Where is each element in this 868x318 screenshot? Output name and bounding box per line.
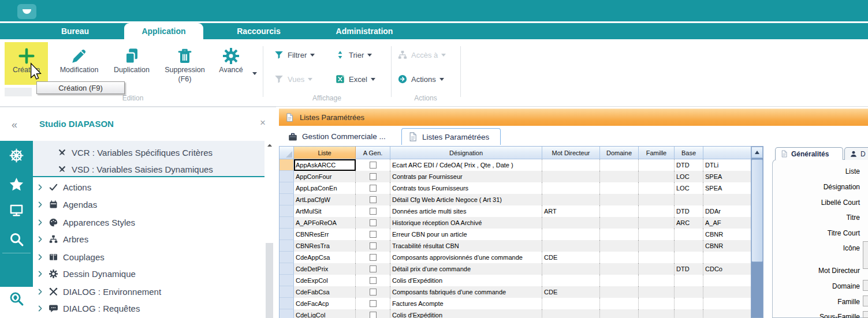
suppression-button[interactable]: Suppression(F6) [159, 42, 211, 95]
cell-a-gen[interactable] [356, 194, 390, 205]
row-header[interactable] [280, 171, 294, 182]
cell-a-gen[interactable] [356, 182, 390, 194]
cell[interactable] [600, 286, 639, 298]
cell[interactable] [675, 252, 703, 263]
cell[interactable] [675, 240, 703, 252]
avanc--button[interactable]: Avancé [213, 42, 249, 95]
ribbon-tab-administration[interactable]: Administration [321, 23, 408, 39]
cell[interactable]: CdeDetPrix [294, 263, 356, 275]
column-header-extra[interactable] [703, 147, 751, 159]
trier-button[interactable]: Trier [335, 47, 372, 62]
cell[interactable]: ARC [675, 217, 703, 229]
detail-tab-1[interactable]: Généralités [775, 147, 843, 160]
cell[interactable]: CDCo [703, 263, 751, 275]
cell[interactable] [639, 182, 675, 194]
row-header[interactable] [280, 182, 294, 194]
cell[interactable] [675, 298, 703, 309]
cell[interactable]: AppConFour [294, 171, 356, 182]
cell[interactable] [600, 240, 639, 252]
cell-a-gen[interactable] [356, 229, 390, 240]
cell[interactable]: DTD [675, 159, 703, 171]
cell[interactable] [600, 194, 639, 205]
cell[interactable] [600, 182, 639, 194]
column-header-a-gen-[interactable]: A Gen. [356, 147, 390, 159]
table-row[interactable]: CdeFabCsaComposants fabriqués d'une comm… [280, 286, 763, 298]
cell[interactable] [600, 263, 639, 275]
cell[interactable] [542, 240, 600, 252]
tree-item-dessin-dynamique[interactable]: Dessin Dynamique [33, 265, 265, 282]
a-gen-checkbox[interactable] [370, 277, 377, 284]
cell[interactable]: CDE [542, 252, 600, 263]
cell[interactable] [600, 275, 639, 286]
cell[interactable] [542, 229, 600, 240]
tree-item-apparences-styles[interactable]: Apparences Styles [33, 214, 265, 231]
table-row[interactable]: ArtLpaCfgWDétail Cfg Web Article Negoce … [280, 194, 763, 205]
cell[interactable]: A_AF [703, 217, 751, 229]
cell[interactable] [639, 286, 675, 298]
cell-a-gen[interactable] [356, 309, 390, 318]
cell[interactable]: ArtLpaCfgW [294, 194, 356, 205]
row-header[interactable] [280, 240, 294, 252]
cell[interactable] [639, 159, 675, 171]
sous-famille-input[interactable] [863, 311, 868, 318]
cell-a-gen[interactable] [356, 240, 390, 252]
domaine-input[interactable] [863, 280, 868, 291]
cell[interactable]: Données article multi sites [390, 205, 542, 217]
row-header[interactable] [280, 217, 294, 229]
cell[interactable] [542, 298, 600, 309]
row-header[interactable] [280, 286, 294, 298]
cell[interactable] [542, 171, 600, 182]
sidebar-close-button[interactable]: × [260, 117, 266, 129]
column-header-mot-directeur[interactable]: Mot Directeur [542, 147, 600, 159]
actions-button[interactable]: Actions [397, 72, 444, 87]
cell[interactable]: Contrats tous Fournisseurs [390, 182, 542, 194]
a-gen-checkbox[interactable] [370, 173, 377, 180]
table-vertical-scrollbar[interactable] [751, 146, 763, 318]
cell[interactable] [639, 240, 675, 252]
tree-item-dialog-environnement[interactable]: DIALOG : Environnement [33, 283, 265, 300]
cell[interactable]: A_APFoReOA [294, 217, 356, 229]
cell[interactable]: LOC [675, 171, 703, 182]
app-logo-icon[interactable] [17, 4, 36, 19]
column-header-liste[interactable]: Liste [294, 147, 356, 159]
table-row[interactable]: CBNResTraTracabilité résultat CBNCBNR [280, 240, 763, 252]
cell[interactable]: Erreur CBN pour un article [390, 229, 542, 240]
cell[interactable] [675, 309, 703, 318]
table-row[interactable]: AppConFourContrats par FournisseurLOCSPE… [280, 171, 763, 182]
cell[interactable]: Contrats par Fournisseur [390, 171, 542, 182]
cell[interactable] [675, 229, 703, 240]
cell[interactable] [600, 309, 639, 318]
table-row[interactable]: CdeAppCsaComposants approvisionnés d'une… [280, 252, 763, 263]
tree-scrollbar-thumb[interactable] [266, 243, 273, 318]
cell[interactable]: Factures Acompte [390, 298, 542, 309]
a-gen-checkbox[interactable] [370, 289, 377, 295]
dropdown-caret[interactable] [310, 54, 315, 57]
cell[interactable] [542, 217, 600, 229]
table-row[interactable]: CdeDetPrixDétail prix d'une commandeDTDC… [280, 263, 763, 275]
tree-item-vcr-variables-sp-cifiques-crit-res[interactable]: VCR : Variables Spécifiques Critères [33, 144, 265, 161]
table-corner-header[interactable] [280, 147, 294, 159]
tree-item-dialog-requ-tes[interactable]: DIALOG : Requêtes [33, 300, 265, 317]
table-row[interactable]: AppLpaConEnContrats tous FournisseursLOC… [280, 182, 763, 194]
cell[interactable] [639, 309, 675, 318]
cell[interactable]: CBNR [703, 240, 751, 252]
cell[interactable]: Composants approvisionnés d'une commande [390, 252, 542, 263]
table-row[interactable]: CBNResErrErreur CBN pour un articleCBNR [280, 229, 763, 240]
monitor-icon[interactable] [9, 203, 24, 218]
cell[interactable]: Tracabilité résultat CBN [390, 240, 542, 252]
cell-a-gen[interactable] [356, 159, 390, 171]
a-gen-checkbox[interactable] [370, 265, 377, 272]
cell[interactable] [639, 252, 675, 263]
cell[interactable]: Colis d'Expédition [390, 309, 542, 318]
cell[interactable] [600, 159, 639, 171]
cell[interactable]: DTD [675, 205, 703, 217]
cell[interactable] [600, 252, 639, 263]
table-row[interactable]: CdeLigColColis d'Expédition [280, 309, 763, 318]
cell[interactable] [542, 182, 600, 194]
dropdown-caret[interactable] [371, 78, 375, 81]
cell[interactable]: Détail Cfg Web Article Negoce ( Art 31) [390, 194, 542, 205]
cell[interactable]: Colis d'Expédition [390, 275, 542, 286]
row-header[interactable] [280, 252, 294, 263]
table-row[interactable]: ArtMulSitDonnées article multi sitesARTD… [280, 205, 763, 217]
row-header[interactable] [280, 194, 294, 205]
